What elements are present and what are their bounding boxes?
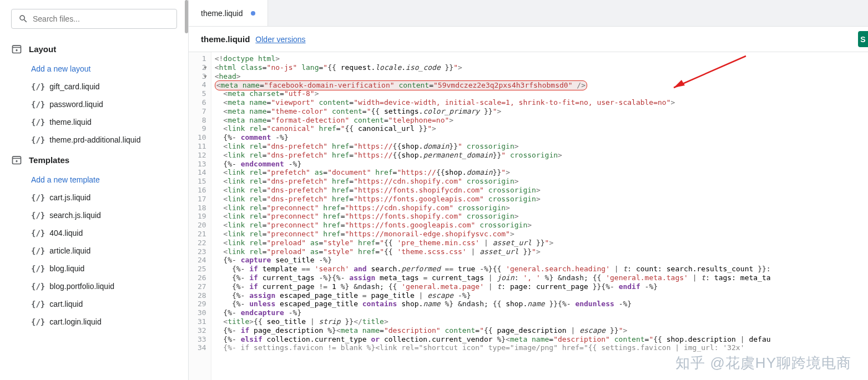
- add-template-link[interactable]: Add a new template: [0, 171, 188, 189]
- folder-add-icon: [11, 43, 22, 54]
- liquid-icon: {/}: [31, 211, 45, 220]
- liquid-icon: {/}: [31, 282, 45, 291]
- file-name: cart.login.liquid: [49, 317, 101, 326]
- liquid-icon: {/}: [31, 82, 45, 91]
- file-name: search.js.liquid: [49, 211, 101, 220]
- liquid-icon: {/}: [31, 229, 45, 237]
- file-item[interactable]: {/}search.js.liquid: [0, 206, 188, 224]
- file-item[interactable]: {/}cart.liquid: [0, 295, 188, 313]
- file-name: 404.liquid: [49, 229, 83, 237]
- file-item[interactable]: {/}blog.liquid: [0, 260, 188, 277]
- section-templates-header[interactable]: Templates: [0, 149, 188, 171]
- file-title: theme.liquid: [201, 34, 250, 44]
- search-icon: [18, 14, 28, 24]
- tab-theme-liquid[interactable]: theme.liquid: [189, 0, 268, 26]
- file-item[interactable]: {/}blog.portfolio.liquid: [0, 277, 188, 295]
- svg-rect-0: [13, 45, 21, 53]
- save-button[interactable]: S: [858, 31, 868, 47]
- search-input-wrap[interactable]: [11, 9, 177, 29]
- section-layout-header[interactable]: Layout: [0, 38, 188, 60]
- add-layout-link[interactable]: Add a new layout: [0, 60, 188, 78]
- tab-label: theme.liquid: [201, 9, 243, 18]
- file-name: cart.js.liquid: [49, 193, 90, 202]
- section-title: Templates: [29, 155, 69, 165]
- svg-rect-1: [13, 156, 21, 164]
- file-name: cart.liquid: [49, 300, 83, 308]
- older-versions-link[interactable]: Older versions: [255, 35, 305, 44]
- file-name: theme.prd-additional.liquid: [49, 135, 140, 144]
- file-item[interactable]: {/}gift_card.liquid: [0, 78, 188, 95]
- code-editor[interactable]: 12▼3▼45678910111213141516171819202122232…: [189, 52, 868, 380]
- svg-marker-3: [674, 80, 685, 88]
- section-title: Layout: [29, 44, 56, 54]
- file-item[interactable]: {/}article.liquid: [0, 242, 188, 260]
- file-item[interactable]: {/}cart.login.liquid: [0, 313, 188, 331]
- liquid-icon: {/}: [31, 264, 45, 273]
- breadcrumb: theme.liquid Older versions S: [189, 27, 868, 52]
- file-name: gift_card.liquid: [49, 82, 99, 91]
- liquid-icon: {/}: [31, 100, 45, 109]
- liquid-icon: {/}: [31, 193, 45, 202]
- file-name: blog.portfolio.liquid: [49, 282, 114, 291]
- file-item[interactable]: {/}cart.js.liquid: [0, 189, 188, 206]
- sidebar-scrollbar[interactable]: [185, 0, 188, 380]
- folder-add-icon: [11, 154, 22, 165]
- liquid-icon: {/}: [31, 118, 45, 126]
- file-name: password.liquid: [49, 100, 103, 109]
- file-item[interactable]: {/}theme.prd-additional.liquid: [0, 131, 188, 149]
- file-name: blog.liquid: [49, 264, 84, 273]
- file-item[interactable]: {/}theme.liquid: [0, 113, 188, 131]
- liquid-icon: {/}: [31, 300, 45, 308]
- file-name: theme.liquid: [49, 118, 92, 126]
- liquid-icon: {/}: [31, 135, 45, 144]
- unsaved-dot-icon: [251, 11, 255, 16]
- main: theme.liquid theme.liquid Older versions…: [189, 0, 868, 380]
- arrow-icon: [663, 53, 751, 98]
- file-item[interactable]: {/}404.liquid: [0, 224, 188, 242]
- liquid-icon: {/}: [31, 317, 45, 326]
- tab-bar: theme.liquid: [189, 0, 868, 27]
- search-input[interactable]: [33, 14, 170, 23]
- svg-line-2: [674, 56, 746, 88]
- file-item[interactable]: {/}password.liquid: [0, 95, 188, 113]
- line-gutter: 12▼3▼45678910111213141516171819202122232…: [189, 52, 211, 380]
- file-name: article.liquid: [49, 246, 90, 255]
- sidebar: Layout Add a new layout {/}gift_card.liq…: [0, 0, 189, 380]
- liquid-icon: {/}: [31, 246, 45, 255]
- code-area[interactable]: <!doctype html><html class="no-js" lang=…: [211, 52, 868, 380]
